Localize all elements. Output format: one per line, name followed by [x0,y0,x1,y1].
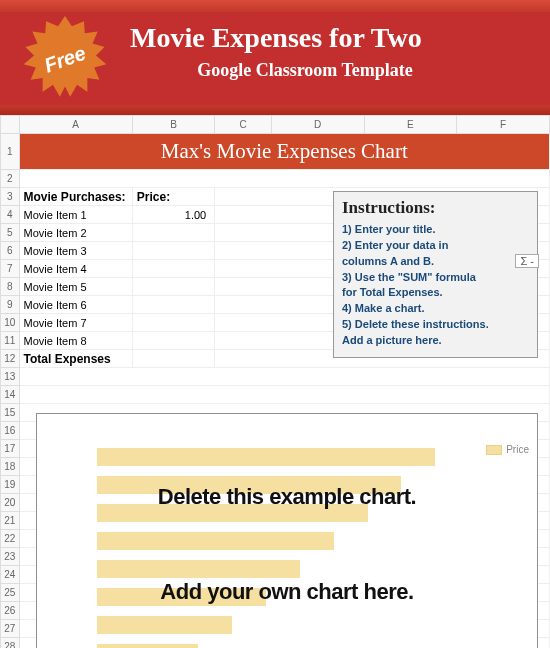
item-label[interactable]: Movie Item 6 [19,296,132,314]
chart-legend: Price [486,444,529,455]
row-header[interactable]: 28 [1,638,20,649]
row-header-9[interactable]: 9 [1,296,20,314]
row-header[interactable]: 20 [1,494,20,512]
row-header-5[interactable]: 5 [1,224,20,242]
item-price[interactable] [132,314,214,332]
row-header-7[interactable]: 7 [1,260,20,278]
chart-overlay-text-1: Delete this example chart. [37,484,537,510]
item-label[interactable]: Movie Item 2 [19,224,132,242]
row-header[interactable]: 25 [1,584,20,602]
price-header[interactable]: Price: [132,188,214,206]
item-price[interactable]: 1.00 [132,206,214,224]
banner-title: Movie Expenses for Two [130,22,540,54]
item-price[interactable] [132,242,214,260]
item-label[interactable]: Movie Item 7 [19,314,132,332]
row-header[interactable]: 26 [1,602,20,620]
instruction-line: 3) Use the "SUM" formula [342,270,529,285]
col-header-f[interactable]: F [457,116,550,134]
row-header-3[interactable]: 3 [1,188,20,206]
instructions-title: Instructions: [342,198,529,218]
chart-bar [97,560,300,578]
row-header[interactable]: 18 [1,458,20,476]
legend-label: Price [506,444,529,455]
item-price[interactable] [132,332,214,350]
row-header-10[interactable]: 10 [1,314,20,332]
item-label[interactable]: Movie Item 1 [19,206,132,224]
row-header[interactable]: 23 [1,548,20,566]
chart-object[interactable]: Price $0.00$2.50$5.00$7.50$10.00 Price D… [36,413,538,648]
row-header[interactable]: 15 [1,404,20,422]
row-header[interactable]: 16 [1,422,20,440]
instruction-line: 2) Enter your data in [342,238,529,253]
legend-swatch-icon [486,445,502,455]
item-price[interactable] [132,260,214,278]
total-price[interactable] [132,350,214,368]
item-label[interactable]: Movie Item 5 [19,278,132,296]
sigma-button[interactable]: Σ - [515,254,539,268]
banner-subtitle: Google Classroom Template [70,60,540,81]
row-header-2[interactable]: 2 [1,170,20,188]
item-label[interactable]: Movie Item 4 [19,260,132,278]
row-header[interactable]: 17 [1,440,20,458]
col-header-e[interactable]: E [364,116,457,134]
instruction-line: columns A and B. [342,254,529,269]
row-header-12[interactable]: 12 [1,350,20,368]
cell[interactable] [19,368,549,386]
total-label[interactable]: Total Expenses [19,350,132,368]
row-header[interactable]: 19 [1,476,20,494]
chart-plot-area [97,448,467,648]
col-header-d[interactable]: D [271,116,364,134]
cell[interactable] [19,386,549,404]
free-badge: Free [22,16,108,102]
chart-bar [97,532,334,550]
spreadsheet[interactable]: A B C D E F 1 Max's Movie Expenses Chart… [0,115,550,648]
item-label[interactable]: Movie Item 3 [19,242,132,260]
row-header-1[interactable]: 1 [1,134,20,170]
banner-bottom-stripe [0,105,550,115]
row-header-6[interactable]: 6 [1,242,20,260]
row-header-8[interactable]: 8 [1,278,20,296]
purchases-header[interactable]: Movie Purchases: [19,188,132,206]
chart-bar [97,644,198,648]
instruction-line: for Total Expenses. [342,285,529,300]
item-price[interactable] [132,278,214,296]
row-header[interactable]: 21 [1,512,20,530]
banner-text-block: Movie Expenses for Two Google Classroom … [130,22,540,81]
chart-overlay-text-2: Add your own chart here. [37,579,537,605]
row-header[interactable]: 14 [1,386,20,404]
sheet-title[interactable]: Max's Movie Expenses Chart [19,134,549,170]
chart-bar [97,448,435,466]
row-header[interactable]: 27 [1,620,20,638]
row-header[interactable]: 22 [1,530,20,548]
instruction-line: 1) Enter your title. [342,222,529,237]
row-header-4[interactable]: 4 [1,206,20,224]
row-header[interactable]: 24 [1,566,20,584]
instruction-line: 5) Delete these instructions. [342,317,529,332]
instruction-line: 4) Make a chart. [342,301,529,316]
instructions-box: Instructions: 1) Enter your title. 2) En… [333,191,538,358]
cell[interactable] [19,170,549,188]
row-header[interactable]: 13 [1,368,20,386]
select-all-corner[interactable] [1,116,20,134]
chart-bar [97,616,232,634]
promo-banner: Free Movie Expenses for Two Google Class… [0,0,550,115]
col-header-b[interactable]: B [132,116,214,134]
row-header-11[interactable]: 11 [1,332,20,350]
col-header-c[interactable]: C [215,116,272,134]
col-header-a[interactable]: A [19,116,132,134]
instruction-line: Add a picture here. [342,333,529,348]
item-price[interactable] [132,224,214,242]
item-price[interactable] [132,296,214,314]
item-label[interactable]: Movie Item 8 [19,332,132,350]
